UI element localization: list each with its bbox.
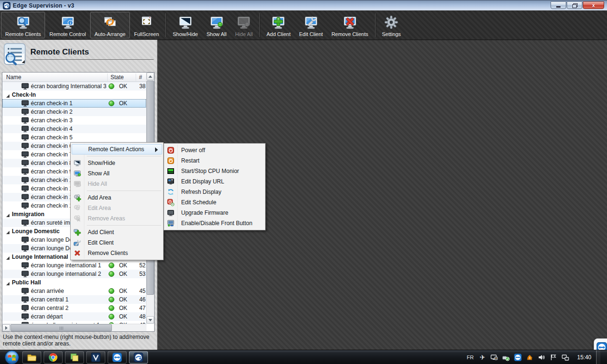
hint-line-2: remote client and/or areas. (3, 340, 155, 347)
toolbar-button-settings[interactable]: Settings (378, 12, 405, 38)
restore-button[interactable] (567, 1, 582, 9)
alert-icon[interactable]: ! (526, 354, 534, 362)
client-monitor-icon (21, 193, 29, 201)
toolbar-button-show-hide[interactable]: Show/Hide (168, 12, 202, 38)
panel-title: Remote Clients (30, 47, 89, 57)
app-dark-blue-icon (91, 353, 101, 362)
menu-item-hide-all[interactable]: Hide All (72, 179, 162, 189)
expand-collapse-icon[interactable] (6, 281, 10, 287)
usb-remove-icon[interactable] (502, 354, 510, 362)
toolbar-button-remote-control[interactable]: iRemote Control (45, 12, 90, 38)
airplane-icon[interactable]: ✈ (478, 354, 487, 362)
client-row[interactable]: écran check-in 5 (2, 133, 146, 142)
expand-collapse-icon[interactable] (6, 93, 10, 100)
group-row-public-hall[interactable]: Public Hall (2, 278, 146, 287)
taskbar-app-sticky-notes[interactable] (65, 351, 84, 364)
taskbar-clock[interactable]: 15:40 (577, 354, 591, 361)
arrow-up-icon (148, 75, 152, 78)
client-row[interactable]: écran lounge international 1OK52 (2, 261, 146, 270)
tray-icons: ✈! (478, 354, 573, 362)
column-header-name[interactable]: Name (6, 74, 21, 81)
show-desktop-button[interactable] (596, 350, 600, 364)
toolbar-button-edit-client[interactable]: Edit Client (295, 12, 327, 38)
submenu-item-edit-display-url[interactable]: Edit Display URL (165, 176, 264, 187)
expand-collapse-icon[interactable] (6, 212, 10, 219)
client-row[interactable]: écran lounge international 2OK53 (2, 270, 146, 278)
taskbar-app-edge-supervision[interactable] (129, 351, 148, 364)
column-header-state[interactable]: State (110, 74, 124, 81)
toolbar-button-remove-clients[interactable]: Remove Clients (327, 12, 373, 38)
minimize-button[interactable] (551, 1, 566, 9)
status-dot-green (109, 297, 114, 302)
client-row[interactable]: écran central 1OK46 (2, 295, 146, 304)
client-row[interactable]: écran check-in 1OK (2, 99, 146, 108)
client-row[interactable]: écran boarding International 3OK38 (2, 82, 146, 91)
start-button[interactable] (4, 351, 20, 364)
client-row[interactable]: écran départOK48 (2, 312, 146, 321)
title-bar: Edge Supervision - v3 x (0, 0, 607, 10)
expand-collapse-icon[interactable] (6, 229, 10, 236)
display-settings-icon[interactable] (490, 354, 498, 362)
m-client-remove-icon (74, 249, 81, 257)
expand-collapse-icon[interactable] (6, 255, 10, 262)
submenu-item-restart[interactable]: Restart (165, 155, 264, 166)
menu-item-remove-areas[interactable]: Remove Areas (72, 213, 162, 224)
window-controls: x (550, 1, 604, 9)
taskbar-app-chrome[interactable] (44, 351, 63, 364)
menu-item-show-hide[interactable]: Show/Hide (72, 158, 162, 168)
toolbar-button-add-client[interactable]: Add Client (262, 12, 295, 38)
menu-item-remote-client-actions[interactable]: Remote Client Actions (72, 144, 162, 155)
scroll-right-button[interactable] (2, 324, 10, 331)
menu-item-add-area[interactable]: Add Area (72, 192, 162, 203)
client-monitor-icon (21, 185, 29, 192)
column-header-number[interactable]: # (139, 74, 142, 81)
toolbar-button-auto-arrange[interactable]: Auto-Arrange (90, 12, 129, 38)
client-number: 38 (134, 83, 146, 90)
close-button[interactable]: x (583, 1, 604, 9)
client-row[interactable]: écran arrivéeOK45 (2, 287, 146, 295)
taskbar-app-app-dark-blue[interactable] (86, 351, 105, 364)
content-area: Remote Clients Name State # écran boardi… (0, 40, 607, 350)
menu-item-remove-clients[interactable]: Remove Clients (72, 248, 162, 258)
taskbar-app-explorer[interactable] (22, 351, 41, 364)
remote-clients-panel-icon[interactable] (4, 43, 27, 66)
horizontal-scrollbar[interactable] (2, 324, 147, 331)
toolbar-button-show-all[interactable]: Show All (202, 12, 230, 38)
submenu-item-enable-disable-front-button[interactable]: Enable/Disable Front Button (165, 218, 264, 228)
arrow-down-icon (148, 319, 152, 321)
client-row[interactable]: écran check-in 2 (2, 108, 146, 116)
submenu-item-upgrade-firmware[interactable]: Upgrade Firmware (165, 208, 264, 218)
submenu-item-edit-schedule[interactable]: Edit Schedule (165, 197, 264, 208)
toolbar-separator (375, 13, 376, 37)
menu-item-add-client[interactable]: Add Client (72, 227, 162, 237)
client-monitor-icon (21, 313, 29, 320)
teamviewer-tray-icon[interactable] (514, 354, 522, 362)
toolbar-button-hide-all[interactable]: Hide All (231, 12, 257, 38)
submenu-item-start-stop-cpu-monior[interactable]: Start/Stop CPU Monior (165, 166, 264, 176)
group-row-check-in[interactable]: Check-In (2, 91, 146, 99)
toolbar-button-remote-clients[interactable]: Remote Clients (1, 12, 45, 38)
toolbar-button-fullscreen[interactable]: FullScreen (130, 12, 164, 38)
submenu-item-power-off[interactable]: Power off (165, 145, 264, 155)
scroll-up-button[interactable] (147, 73, 154, 80)
taskbar-app-teamviewer[interactable] (108, 351, 127, 364)
menu-item-edit-area[interactable]: Edit Area (72, 203, 162, 213)
client-row[interactable]: écran central 2OK47 (2, 304, 146, 312)
action-center-flag-icon[interactable] (550, 354, 558, 362)
scroll-down-button[interactable] (147, 316, 154, 324)
horizontal-scroll-thumb[interactable] (10, 324, 112, 331)
status-label: OK (119, 313, 127, 320)
menu-item-edit-client[interactable]: Edit Client (72, 237, 162, 248)
language-indicator[interactable]: FR (467, 355, 474, 360)
client-row[interactable]: écran check-in 4 (2, 125, 146, 133)
client-row[interactable]: écran check-in 3 (2, 116, 146, 125)
volume-icon[interactable] (538, 354, 546, 362)
client-name: écran boarding International 3 (31, 83, 106, 90)
submenu-item-refresh-display[interactable]: Refresh Display (165, 187, 264, 197)
m-client-add-icon (74, 228, 81, 236)
client-monitor-icon (21, 108, 29, 116)
client-name: écran central 1 (31, 296, 68, 303)
menu-item-show-all[interactable]: Show All (72, 168, 162, 179)
network-icon[interactable] (561, 354, 570, 362)
explorer-icon (27, 353, 37, 362)
